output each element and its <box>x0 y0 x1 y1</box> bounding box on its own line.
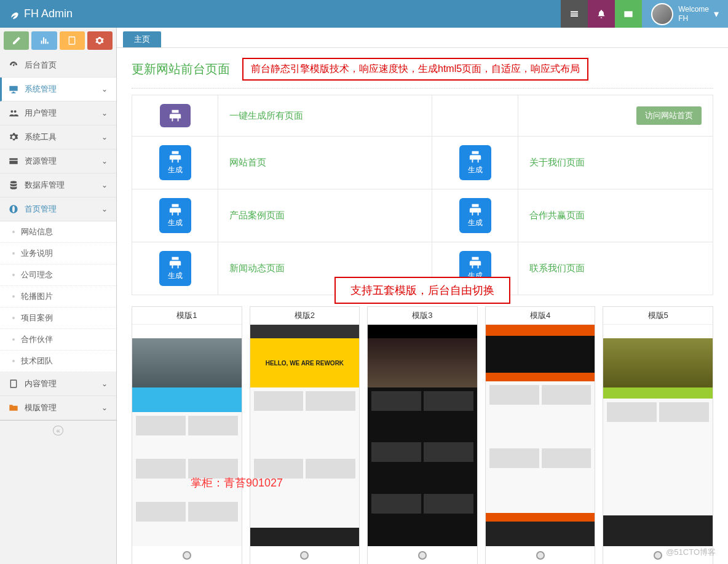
collapse-icon: « <box>53 426 63 435</box>
sidebar-item-resources[interactable]: 资源管理⌄ <box>0 149 116 173</box>
template-radio[interactable] <box>183 551 191 560</box>
sidebar-item-templates[interactable]: 模版管理⌄ <box>0 396 116 420</box>
dashboard-icon <box>9 60 18 70</box>
sidebar-collapse[interactable]: « <box>0 420 116 439</box>
sidebar-label: 资源管理 <box>25 156 57 167</box>
cogs-icon <box>95 36 105 46</box>
submenu-item[interactable]: 业务说明 <box>0 243 116 264</box>
link-contact[interactable]: 联系我们页面 <box>529 263 585 273</box>
sidebar-label: 数据库管理 <box>25 180 65 191</box>
link-all[interactable]: 一键生成所有页面 <box>229 110 303 121</box>
book-icon <box>67 36 77 46</box>
link-cases[interactable]: 产品案例页面 <box>229 210 285 220</box>
card-icon <box>9 156 18 166</box>
sidebar-toolbar <box>0 28 116 54</box>
note-box: 支持五套模版，后台自由切换 <box>334 277 510 304</box>
sidebar-item-dashboard[interactable]: 后台首页 <box>0 54 116 77</box>
submenu-item[interactable]: 轮播图片 <box>0 286 116 308</box>
template-card: 模版3 <box>367 306 478 564</box>
link-homepage[interactable]: 网站首页 <box>229 157 266 167</box>
notifications-button[interactable] <box>588 0 615 28</box>
messages-button[interactable] <box>615 0 642 28</box>
link-news[interactable]: 新闻动态页面 <box>229 263 285 273</box>
leaf-icon <box>9 9 19 19</box>
submenu-item[interactable]: 公司理念 <box>0 264 116 286</box>
chevron-down-icon: ⌄ <box>101 157 108 165</box>
main: 主页 更新网站前台页面 前台静态引擎模版技术，响应速度快，生成html5页面，自… <box>117 28 728 564</box>
submenu-item[interactable]: 合作伙伴 <box>0 329 116 351</box>
sidebar: 后台首页 系统管理⌄ 用户管理⌄ 系统工具⌄ 资源管理⌄ 数据库管理⌄ 首页管理… <box>0 28 117 564</box>
template-radio[interactable] <box>300 551 309 560</box>
tab-home[interactable]: 主页 <box>123 31 161 47</box>
template-thumb[interactable] <box>368 325 477 546</box>
sidebar-label: 用户管理 <box>25 108 57 119</box>
sidebar-item-database[interactable]: 数据库管理⌄ <box>0 173 116 197</box>
print-icon <box>168 256 182 269</box>
chevron-down-icon: ⌄ <box>101 85 108 93</box>
navbar-right: Welcome FH ▾ <box>561 0 728 28</box>
desktop-icon <box>9 84 18 94</box>
sidebar-item-users[interactable]: 用户管理⌄ <box>0 101 116 125</box>
sidebar-label: 系统工具 <box>25 132 57 143</box>
table-row: 生成 网站首页 生成 关于我们页面 <box>132 137 713 189</box>
chevron-down-icon: ⌄ <box>101 403 108 412</box>
generate-button[interactable]: 生成 <box>159 145 191 180</box>
user-menu[interactable]: Welcome FH ▾ <box>642 0 728 28</box>
template-thumb[interactable]: HELLO, WE ARE REWORK <box>250 325 360 546</box>
watermark: 掌柜：青苔901027 <box>191 475 283 490</box>
template-radio[interactable] <box>418 551 427 560</box>
generate-button[interactable]: 生成 <box>459 145 491 180</box>
tabbar: 主页 <box>117 28 728 48</box>
table-row: 生成 产品案例页面 生成 合作共赢页面 <box>132 189 713 242</box>
brand: FH Admin <box>0 7 73 20</box>
template-thumb[interactable] <box>486 325 595 546</box>
generate-button[interactable]: 生成 <box>459 198 491 233</box>
templates: 模版1 模版2 HELLO, WE ARE REWORK 模版3 模版4 <box>132 306 713 564</box>
template-radio[interactable] <box>654 551 662 560</box>
globe-icon <box>9 204 18 214</box>
book-button[interactable] <box>60 31 85 50</box>
chevron-down-icon: ⌄ <box>101 109 108 117</box>
generate-all-button[interactable] <box>160 104 191 127</box>
template-thumb[interactable] <box>132 325 242 546</box>
sidebar-label: 首页管理 <box>25 204 57 215</box>
generate-table: 一键生成所有页面 访问网站首页 生成 网站首页 生成 关于我们页面 生成 产品案… <box>132 95 713 295</box>
template-card: 模版4 <box>485 306 596 564</box>
submenu-item[interactable]: 项目案例 <box>0 308 116 329</box>
submenu-item[interactable]: 网站信息 <box>0 221 116 243</box>
sidebar-item-content[interactable]: 内容管理⌄ <box>0 372 116 396</box>
link-about[interactable]: 关于我们页面 <box>529 157 585 167</box>
template-title: 模版2 <box>250 307 360 325</box>
print-icon <box>168 203 182 216</box>
sidebar-label: 后台首页 <box>25 60 57 71</box>
chevron-down-icon: ⌄ <box>101 205 108 213</box>
submenu-item[interactable]: 技术团队 <box>0 351 116 372</box>
chevron-down-icon: ⌄ <box>101 133 108 141</box>
template-radio[interactable] <box>536 551 545 560</box>
edit-button[interactable] <box>4 31 29 50</box>
template-title: 模版4 <box>486 307 595 325</box>
visit-site-button[interactable]: 访问网站首页 <box>636 106 702 125</box>
navbar: FH Admin Welcome FH ▾ <box>0 0 728 28</box>
sidebar-label: 模版管理 <box>25 402 57 413</box>
print-icon <box>168 150 182 164</box>
page-title: 更新网站前台页面 <box>132 61 230 77</box>
tasks-button[interactable] <box>561 0 588 28</box>
pencil-icon <box>12 36 22 46</box>
sidebar-item-homepage[interactable]: 首页管理⌄ <box>0 197 116 221</box>
sidebar-item-tools[interactable]: 系统工具⌄ <box>0 125 116 149</box>
template-thumb[interactable] <box>603 325 713 546</box>
stats-button[interactable] <box>31 31 57 50</box>
generate-button[interactable]: 生成 <box>159 198 191 233</box>
banner: 前台静态引擎模版技术，响应速度快，生成html5页面，自适应，响应式布局 <box>242 58 588 81</box>
cogs-button[interactable] <box>87 31 113 50</box>
print-icon <box>469 203 482 216</box>
generate-button[interactable]: 生成 <box>159 251 191 286</box>
folder-icon <box>9 403 18 413</box>
link-coop[interactable]: 合作共赢页面 <box>529 210 585 220</box>
print-icon <box>469 256 482 269</box>
watermark-cto: @51CTO博客 <box>666 547 716 558</box>
envelope-icon <box>623 9 633 19</box>
sidebar-item-system[interactable]: 系统管理⌄ <box>0 77 116 101</box>
template-card: 模版1 <box>132 306 242 564</box>
